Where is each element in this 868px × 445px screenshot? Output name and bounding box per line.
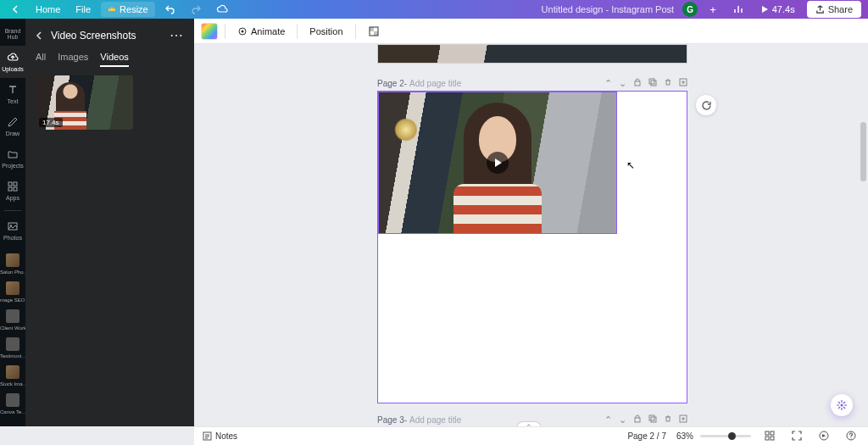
video-element[interactable] <box>378 92 617 234</box>
rail-projects[interactable]: Projects <box>0 142 25 175</box>
analytics-icon[interactable] <box>728 2 748 17</box>
page-lock-icon[interactable] <box>633 78 642 89</box>
zoom-knob[interactable] <box>728 432 736 440</box>
rail-photos[interactable]: Photos <box>0 214 25 247</box>
svg-rect-3 <box>14 187 17 191</box>
home-button[interactable]: Home <box>31 2 65 17</box>
duration-label: 47.4s <box>772 4 795 14</box>
lamp-glow <box>394 118 418 142</box>
page-down-icon[interactable]: ⌄ <box>619 414 626 426</box>
vertical-scrollbar[interactable] <box>860 44 866 426</box>
rail-text[interactable]: Text <box>0 78 25 110</box>
rail-projects-label: Projects <box>2 163 23 169</box>
folder-icon <box>7 148 19 160</box>
resize-label: Resize <box>120 4 148 14</box>
rail-photos-label: Photos <box>3 235 22 241</box>
page-indicator[interactable]: Page 2 / 7 <box>627 431 666 441</box>
page-sep: - <box>404 79 407 88</box>
add-member-button[interactable]: + <box>704 1 721 19</box>
svg-point-19 <box>841 404 843 407</box>
page-down-icon[interactable]: ⌄ <box>619 78 626 89</box>
page-delete-icon[interactable] <box>664 414 672 426</box>
rail-folder-0[interactable]: Salon Pho… <box>0 247 25 275</box>
color-swatch[interactable] <box>201 23 218 40</box>
video-thumbnail[interactable]: 17.4s <box>36 75 133 130</box>
page-3-title-placeholder[interactable]: Add page title <box>409 415 461 425</box>
position-button[interactable]: Position <box>304 23 348 40</box>
rail-draw[interactable]: Draw <box>0 110 25 142</box>
notes-icon <box>203 431 212 441</box>
rail-uploads-label: Uploads <box>2 66 24 72</box>
scrollbar-thumb[interactable] <box>860 122 866 181</box>
fullscreen-icon[interactable] <box>788 429 805 444</box>
undo-button[interactable] <box>160 2 181 17</box>
notes-button[interactable]: Notes <box>203 431 237 441</box>
resize-button[interactable]: Resize <box>101 2 155 17</box>
person-sweater <box>453 184 542 233</box>
rail-folder-3[interactable]: Testimoni… <box>0 331 25 359</box>
panel-more-icon[interactable]: ⋯ <box>170 27 184 43</box>
present-icon[interactable] <box>815 429 832 444</box>
play-icon[interactable] <box>487 152 509 174</box>
back-chevron-icon[interactable] <box>7 3 25 16</box>
rail-folder-1[interactable]: mage SEO… <box>0 275 25 303</box>
svg-rect-13 <box>651 81 656 86</box>
canvas-area[interactable]: Page 2 - Add page title ⌃ ⌄ Page 3 - Add… <box>194 44 868 426</box>
footer-bar: Notes Page 2 / 7 63% <box>194 426 868 445</box>
tab-images[interactable]: Images <box>58 52 88 67</box>
svg-rect-15 <box>635 418 640 422</box>
animate-button[interactable]: Animate <box>232 23 290 40</box>
rail-apps[interactable]: Apps <box>0 175 25 207</box>
play-preview-button[interactable]: 47.4s <box>755 2 800 17</box>
animate-label: Animate <box>251 26 285 36</box>
zoom-slider[interactable] <box>700 435 751 437</box>
page-lock-icon[interactable] <box>633 414 642 426</box>
tab-all[interactable]: All <box>36 52 46 67</box>
rail-text-label: Text <box>8 98 19 104</box>
rail-folder-5[interactable]: Canva Te… <box>0 387 25 414</box>
page-2-number: Page 2 <box>377 79 404 88</box>
page-duplicate-icon[interactable] <box>648 78 657 89</box>
redo-button[interactable] <box>186 2 206 17</box>
file-menu[interactable]: File <box>70 2 96 17</box>
rail-folder-2[interactable]: Client Work <box>0 303 25 331</box>
share-icon <box>815 5 825 14</box>
rail-folder-4[interactable]: Stock Ima… <box>0 359 25 387</box>
help-icon[interactable] <box>843 429 860 444</box>
page-duplicate-icon[interactable] <box>648 414 657 426</box>
panel-back-icon[interactable] <box>36 28 44 43</box>
rail-brand-label: Brand Hub <box>5 28 21 40</box>
svg-rect-10 <box>374 31 378 36</box>
svg-point-7 <box>242 30 244 32</box>
toolbar-divider <box>297 24 298 39</box>
rail-uploads[interactable]: Uploads <box>0 46 25 78</box>
page-add-icon[interactable] <box>679 78 687 89</box>
avatar[interactable]: G <box>682 2 698 17</box>
zoom-level[interactable]: 63% <box>676 431 693 441</box>
magic-fab[interactable] <box>831 394 853 416</box>
page-2-title-placeholder[interactable]: Add page title <box>409 79 461 88</box>
svg-rect-0 <box>8 182 12 186</box>
page-delete-icon[interactable] <box>664 78 672 89</box>
regenerate-button[interactable] <box>696 95 716 115</box>
page-2-canvas[interactable] <box>377 91 687 403</box>
svg-rect-11 <box>635 81 640 86</box>
page-up-icon[interactable]: ⌃ <box>604 414 612 426</box>
thumbnail-duration: 17.4s <box>39 118 63 127</box>
crown-icon <box>108 5 116 14</box>
svg-rect-12 <box>649 79 654 84</box>
panel-title: Video Screenshots <box>51 30 136 42</box>
page-up-icon[interactable]: ⌃ <box>604 78 612 89</box>
rail-brand[interactable]: Brand Hub <box>0 22 25 46</box>
share-label: Share <box>828 4 853 14</box>
tab-videos[interactable]: Videos <box>100 52 128 67</box>
page-add-icon[interactable] <box>679 414 687 426</box>
design-title[interactable]: Untitled design - Instagram Post <box>542 4 675 14</box>
page-2-header: Page 2 - Add page title ⌃ ⌄ <box>377 76 687 90</box>
cloud-sync-icon[interactable] <box>211 2 233 17</box>
grid-view-icon[interactable] <box>761 429 778 444</box>
share-button[interactable]: Share <box>807 1 861 18</box>
svg-rect-21 <box>765 431 769 435</box>
page-1-cropped[interactable] <box>377 44 687 64</box>
transparency-button[interactable] <box>363 22 385 41</box>
